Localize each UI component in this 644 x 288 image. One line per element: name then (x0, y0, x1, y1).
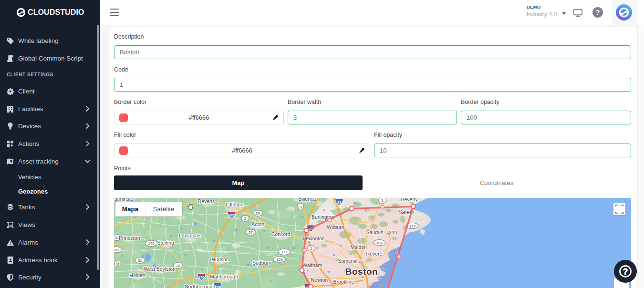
svg-text:Princeton: Princeton (119, 235, 140, 241)
svg-text:1: 1 (381, 198, 384, 203)
svg-text:2A: 2A (256, 211, 260, 216)
svg-text:West Boylston: West Boylston (144, 266, 176, 272)
svg-text:117: 117 (281, 250, 288, 254)
svg-text:495: 495 (215, 285, 220, 288)
svg-text:126: 126 (276, 257, 283, 262)
svg-text:Lancaster: Lancaster (179, 233, 201, 238)
svg-text:?: ? (623, 267, 628, 277)
svg-text:Hudson: Hudson (211, 257, 229, 262)
svg-text:Sterling: Sterling (157, 240, 174, 246)
svg-text:495: 495 (229, 214, 235, 217)
svg-text:Beverly: Beverly (401, 198, 418, 202)
svg-text:Marlborough: Marlborough (210, 274, 238, 279)
svg-text:140: 140 (148, 241, 155, 246)
svg-text:Holden: Holden (129, 272, 145, 278)
svg-text:Concord: Concord (271, 231, 291, 237)
svg-text:129: 129 (409, 224, 416, 228)
svg-text:Sudbury: Sudbury (252, 260, 271, 266)
svg-text:Acton: Acton (251, 221, 264, 227)
svg-text:estminster: estminster (114, 198, 135, 202)
svg-text:Northborough: Northborough (185, 284, 215, 288)
svg-text:Devens: Devens (198, 198, 215, 204)
svg-text:Littleton: Littleton (226, 202, 244, 207)
svg-text:2: 2 (244, 216, 247, 221)
svg-text:290: 290 (199, 276, 205, 279)
svg-text:Mapa: Mapa (122, 206, 139, 213)
svg-text:70: 70 (176, 264, 180, 268)
svg-text:3: 3 (300, 205, 302, 209)
svg-text:93: 93 (337, 201, 341, 204)
svg-text:31: 31 (138, 258, 142, 263)
svg-text:68: 68 (114, 248, 119, 252)
svg-text:Satélite: Satélite (153, 206, 174, 213)
svg-text:27: 27 (249, 230, 253, 235)
svg-text:and: and (114, 261, 119, 267)
svg-text:Billerica: Billerica (298, 198, 316, 202)
